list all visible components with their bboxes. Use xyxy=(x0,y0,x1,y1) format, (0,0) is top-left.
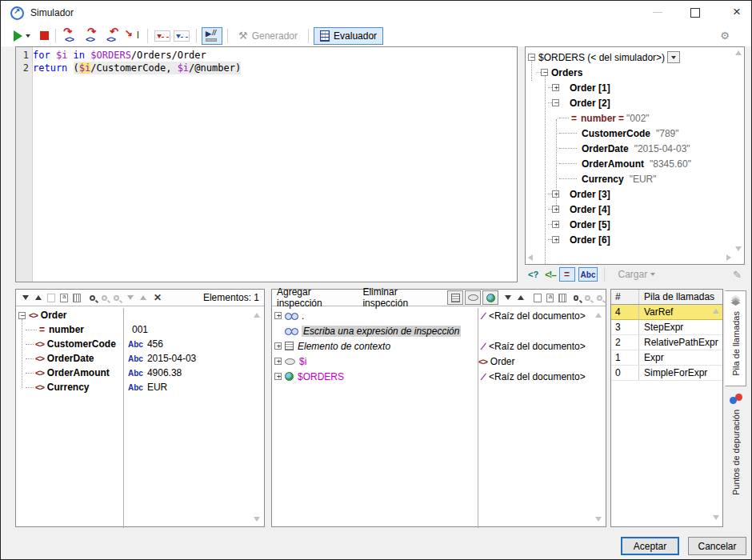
cancel-button[interactable]: Cancelar xyxy=(688,537,746,555)
watch-row-var-orders[interactable]: $ORDERS∕<Raíz del documento> xyxy=(272,369,606,384)
expand-icon[interactable] xyxy=(552,221,559,228)
prev-result-icon[interactable] xyxy=(35,295,42,300)
callstack-row-2[interactable]: 2RelativePathExpr xyxy=(611,335,722,350)
expand-icon[interactable] xyxy=(274,342,282,350)
move-down-icon[interactable] xyxy=(127,295,134,300)
result-row-orderdate[interactable]: <>OrderDateAbc2015-04-03 xyxy=(16,351,264,366)
tab-breakpoints[interactable]: Puntos de depuración xyxy=(725,390,746,510)
expand-icon[interactable] xyxy=(274,358,282,365)
processing-instruction-toggle[interactable]: <? xyxy=(528,270,538,279)
callstack-row-0[interactable]: 0SimpleForExpr xyxy=(611,366,722,381)
expand-icon[interactable] xyxy=(552,236,559,243)
copy-icon[interactable] xyxy=(47,294,55,302)
result-row-number[interactable]: =number001 xyxy=(16,322,264,337)
search-next-icon[interactable] xyxy=(585,295,590,301)
tree-row-orderamount[interactable]: OrderAmount"8345.60" xyxy=(526,156,744,171)
tree-row-attr-number[interactable]: =number="002" xyxy=(526,110,744,126)
tab-callstack[interactable]: Pila de llamadas xyxy=(725,290,746,386)
start-debugger-button[interactable] xyxy=(12,27,32,45)
columns-icon[interactable] xyxy=(73,294,81,302)
tree-row-customercode[interactable]: CustomerCode"789" xyxy=(526,126,744,141)
debug-mode-toggle[interactable]: ▶// xyxy=(202,27,222,45)
scrollbar-down-arrow[interactable] xyxy=(595,517,602,522)
settings-icon[interactable]: ⚙ xyxy=(720,30,730,41)
expand-icon[interactable] xyxy=(552,84,559,91)
scrollbar-up-arrow[interactable] xyxy=(713,309,719,314)
add-watch-button[interactable]: Agregar inspección xyxy=(272,286,358,309)
globals-filter-toggle[interactable] xyxy=(482,290,498,305)
evaluator-button[interactable]: Evaluador xyxy=(314,27,383,45)
next-result-icon[interactable] xyxy=(22,295,29,300)
scrollbar-right-arrow[interactable] xyxy=(726,254,731,261)
scrollbar-down-arrow[interactable] xyxy=(735,246,742,251)
variables-filter-toggle[interactable] xyxy=(465,290,481,305)
breakpoint-button[interactable] xyxy=(153,27,172,45)
search-next-icon[interactable] xyxy=(102,295,107,301)
load-button[interactable]: Cargar xyxy=(618,269,647,280)
collapse-icon[interactable] xyxy=(18,312,26,319)
remove-watch-button[interactable]: Eliminar inspección xyxy=(358,286,444,309)
scrollbar-up-arrow[interactable] xyxy=(735,50,742,55)
tree-row-currency[interactable]: Currency"EUR" xyxy=(526,171,744,186)
move-up-icon[interactable] xyxy=(140,295,146,300)
watch-row-var-i[interactable]: $i<>Order xyxy=(272,354,606,369)
close-button[interactable]: × xyxy=(725,2,749,22)
search-prev-icon[interactable] xyxy=(114,295,119,301)
tree-row-order-4[interactable]: Order [4] xyxy=(526,202,744,217)
attributes-toggle[interactable]: = xyxy=(559,267,575,282)
clear-icon[interactable]: ✕ xyxy=(154,292,162,303)
tracepoint-button[interactable] xyxy=(172,27,191,45)
copy-value-icon[interactable] xyxy=(546,294,554,302)
watch-row-placeholder[interactable]: Escriba una expresión de inspección xyxy=(272,323,606,338)
search-prev-icon[interactable] xyxy=(597,295,602,301)
scrollbar-up-arrow[interactable] xyxy=(254,313,260,318)
accept-button[interactable]: Aceptar xyxy=(621,537,679,555)
scrollbar-down-arrow[interactable] xyxy=(713,515,719,520)
result-row-customercode[interactable]: <>CustomerCodeAbc456 xyxy=(16,337,264,351)
tree-row-orderdate[interactable]: OrderDate"2015-04-03" xyxy=(526,141,744,156)
tree-row-order-1[interactable]: Order [1] xyxy=(526,80,744,95)
tree-row-order-2[interactable]: Order [2] xyxy=(526,95,744,110)
collapse-icon[interactable] xyxy=(541,69,548,76)
watch-row-context[interactable]: Elemento de contexto∕<Raíz del documento… xyxy=(272,338,606,354)
watch-row-dot[interactable]: .∕<Raíz del documento> xyxy=(272,308,606,323)
stop-debugger-button[interactable] xyxy=(38,27,50,45)
callstack-row-4[interactable]: 4VarRef xyxy=(611,305,722,320)
code-line-1[interactable]: 1for $i in $ORDERS/Orders/Order xyxy=(16,49,517,62)
edit-source-icon[interactable]: ✎ xyxy=(733,269,742,281)
columns-icon[interactable] xyxy=(558,294,566,302)
search-icon[interactable] xyxy=(90,295,95,301)
result-row-orderamount[interactable]: <>OrderAmountAbc4906.38 xyxy=(16,366,264,380)
move-down-icon[interactable] xyxy=(505,295,511,300)
search-icon[interactable] xyxy=(574,295,579,301)
result-row-order[interactable]: <>Order xyxy=(16,308,264,322)
step-into-button[interactable]: ↷<> xyxy=(61,27,82,45)
callstack-row-3[interactable]: 3StepExpr xyxy=(611,320,722,335)
tree-row-orders-root[interactable]: $ORDERS (< del simulador>) xyxy=(526,50,744,65)
watch-placeholder[interactable]: Escriba una expresión de inspección xyxy=(302,326,461,337)
step-out-button[interactable]: ↶<> xyxy=(102,27,123,45)
generator-button[interactable]: ⚒Generador xyxy=(233,27,303,45)
move-up-icon[interactable] xyxy=(518,295,524,300)
result-row-currency[interactable]: <>CurrencyAbcEUR xyxy=(16,380,264,394)
expand-icon[interactable] xyxy=(552,190,559,198)
expand-icon[interactable] xyxy=(274,373,282,380)
scrollbar-up-arrow[interactable] xyxy=(595,313,602,318)
callstack-row-1[interactable]: 1Expr xyxy=(611,350,722,366)
copy-icon[interactable] xyxy=(534,294,541,302)
code-line-2[interactable]: 2return ($i/CustomerCode, $i/@number) xyxy=(16,62,517,74)
text-toggle[interactable]: Abc xyxy=(578,267,598,282)
xquery-editor[interactable]: 1for $i in $ORDERS/Orders/Order 2return … xyxy=(15,46,518,282)
tree-row-orders[interactable]: Orders xyxy=(526,65,744,80)
run-to-cursor-button[interactable]: ↘I xyxy=(123,27,142,45)
collapse-icon[interactable] xyxy=(528,54,535,61)
chevron-down-icon[interactable] xyxy=(26,34,30,38)
chevron-down-icon[interactable] xyxy=(650,273,655,276)
source-dropdown[interactable] xyxy=(667,51,680,63)
expand-icon[interactable] xyxy=(552,206,559,213)
collapse-icon[interactable] xyxy=(552,99,559,106)
scrollbar-left-arrow[interactable] xyxy=(528,254,533,261)
maximize-button[interactable] xyxy=(690,8,700,18)
tree-row-order-3[interactable]: Order [3] xyxy=(526,186,744,202)
copy-value-icon[interactable] xyxy=(60,294,68,302)
